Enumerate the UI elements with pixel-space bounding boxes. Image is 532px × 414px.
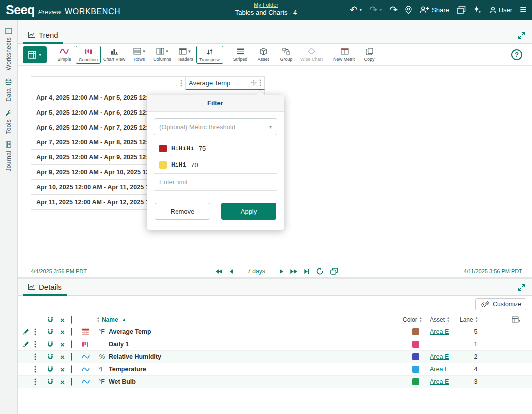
magnet-icon[interactable] — [47, 378, 54, 385]
metric-threshold-select[interactable]: (Optional) Metric threshold ▾ — [154, 118, 277, 135]
column-menu-icon[interactable] — [259, 79, 261, 86]
share-button[interactable]: Share — [419, 6, 449, 14]
item-name[interactable]: Daily 1 — [109, 341, 129, 348]
magnet-icon[interactable] — [47, 328, 54, 335]
remove-item-icon[interactable]: × — [60, 366, 65, 373]
row-checkbox[interactable] — [71, 353, 72, 361]
row-checkbox[interactable] — [71, 340, 72, 348]
toolbar-new-metric-button[interactable]: New Metric — [331, 46, 358, 63]
toolbar-columns-button[interactable]: ▾ Columns — [151, 46, 174, 63]
threshold-option-hihi[interactable]: HiHi 70 — [154, 157, 277, 173]
kebab-menu-icon[interactable] — [34, 378, 36, 385]
user-menu-button[interactable]: User — [489, 6, 512, 14]
toolbar-transpose-button[interactable]: Transpose — [196, 46, 223, 64]
sidebar-item-journal[interactable]: Journal — [0, 134, 17, 171]
add-column-icon[interactable] — [512, 316, 520, 323]
asset-link[interactable]: Area E — [430, 353, 449, 360]
remove-item-icon[interactable]: × — [60, 328, 65, 336]
column-header-average-temp[interactable]: Average Temp — [186, 76, 265, 90]
sidebar-item-tools[interactable]: Tools — [0, 102, 17, 134]
pan-forward-full-icon[interactable] — [290, 269, 298, 274]
duration-label[interactable]: 7 days — [247, 268, 265, 275]
magnet-icon[interactable] — [47, 316, 54, 323]
remove-item-icon[interactable]: × — [60, 341, 65, 348]
ai-assistant-button[interactable] — [473, 6, 482, 14]
toolbar-striped-button[interactable]: Striped — [229, 46, 252, 63]
item-name[interactable]: Temperature — [109, 366, 146, 373]
pan-back-full-icon[interactable] — [215, 269, 222, 274]
kebab-menu-icon[interactable] — [34, 328, 36, 335]
asset-link[interactable]: Area E — [430, 328, 449, 335]
column-menu-icon[interactable] — [180, 80, 182, 87]
restore-forward-button[interactable]: ↷ — [389, 5, 398, 15]
threshold-option-hihihi[interactable]: HiHiHi 75 — [154, 140, 277, 157]
undo-button[interactable]: ↶▾ — [350, 5, 362, 15]
name-column-header[interactable]: ▲▼ Name ▲ — [97, 316, 126, 323]
details-expand-icon[interactable] — [518, 284, 525, 291]
item-name[interactable]: Relative Humidity — [109, 353, 161, 360]
hamburger-menu-icon[interactable]: ≡ — [520, 4, 526, 15]
kebab-menu-icon[interactable] — [34, 366, 36, 373]
color-swatch[interactable] — [412, 328, 419, 335]
redo-button[interactable]: ↷▾ — [369, 5, 382, 15]
range-start-label[interactable]: 4/4/2025 3:56 PM PDT — [31, 268, 87, 274]
remove-item-icon[interactable]: × — [60, 378, 65, 386]
color-swatch[interactable] — [412, 366, 419, 373]
lane-column-header[interactable]: Lane ▲▼ — [460, 316, 478, 323]
color-swatch[interactable] — [412, 341, 419, 348]
range-end-label[interactable]: 4/11/2025 3:56 PM PDT — [464, 268, 522, 274]
tab-trend[interactable]: Trend — [23, 28, 63, 44]
edit-pencil-icon[interactable] — [23, 329, 29, 335]
step-to-now-icon[interactable] — [304, 269, 310, 274]
toolbar-headers-button[interactable]: ▾ Headers — [174, 46, 196, 63]
kebab-menu-icon[interactable] — [34, 341, 36, 348]
row-checkbox[interactable] — [71, 378, 72, 386]
remove-item-icon[interactable]: × — [60, 353, 65, 361]
capsule-time-icon[interactable] — [330, 268, 338, 275]
color-column-header[interactable]: Color ▲▼ — [403, 316, 422, 323]
breadcrumb-my-folder[interactable]: My Folder — [235, 2, 297, 8]
asset-column-header[interactable]: Asset ▲▼ — [430, 316, 450, 323]
asset-link[interactable]: Area E — [430, 378, 449, 385]
toolbar-copy-button[interactable]: Copy — [358, 46, 381, 63]
location-button[interactable] — [405, 6, 412, 14]
sidebar-item-data[interactable]: Data — [0, 70, 17, 102]
magnet-icon[interactable] — [47, 341, 54, 348]
table-corner-header-cell[interactable] — [31, 76, 186, 90]
color-swatch[interactable] — [412, 378, 419, 385]
toolbar-group-button[interactable]: Group — [275, 46, 298, 63]
row-checkbox[interactable] — [71, 328, 72, 336]
magnet-icon[interactable] — [47, 353, 54, 360]
row-checkbox[interactable] — [71, 365, 72, 373]
apply-button[interactable]: Apply — [221, 203, 276, 220]
color-swatch[interactable] — [412, 353, 419, 360]
toolbar-wipe-chart-button[interactable]: Wipe Chart — [298, 46, 325, 63]
pan-forward-icon[interactable] — [280, 269, 284, 274]
table-type-dropdown-button[interactable]: ▾ — [23, 46, 47, 63]
item-name[interactable]: Average Temp — [109, 328, 151, 335]
enter-limit-input[interactable] — [154, 174, 277, 190]
worksheet-windows-button[interactable] — [457, 6, 466, 14]
select-all-checkbox[interactable] — [71, 316, 72, 324]
kebab-menu-icon[interactable] — [34, 353, 36, 360]
drag-move-icon[interactable] — [251, 80, 257, 86]
remove-button[interactable]: Remove — [155, 203, 210, 220]
asset-link[interactable]: Area E — [430, 366, 449, 373]
magnet-icon[interactable] — [47, 366, 54, 373]
customize-button[interactable]: Customize — [475, 298, 526, 310]
remove-all-icon[interactable]: × — [60, 316, 65, 323]
toolbar-rows-button[interactable]: ▾ Rows — [128, 46, 151, 63]
toolbar-condition-button[interactable]: Condition — [76, 46, 101, 64]
toolbar-asset-button[interactable]: Asset — [252, 46, 275, 63]
item-name[interactable]: Wet Bulb — [109, 378, 136, 385]
pan-back-icon[interactable] — [229, 269, 233, 274]
edit-pencil-icon[interactable] — [23, 341, 29, 348]
toolbar-simple-button[interactable]: Simple — [53, 46, 76, 63]
trend-expand-icon[interactable] — [518, 32, 525, 39]
sidebar-item-worksheets[interactable]: Worksheets — [0, 20, 17, 70]
toolbar-chart-view-button[interactable]: Chart View — [101, 46, 128, 63]
help-button[interactable]: ? — [511, 49, 522, 60]
asset-cube-icon — [260, 47, 267, 55]
tab-details[interactable]: Details — [23, 280, 67, 296]
auto-update-icon[interactable] — [316, 268, 324, 275]
